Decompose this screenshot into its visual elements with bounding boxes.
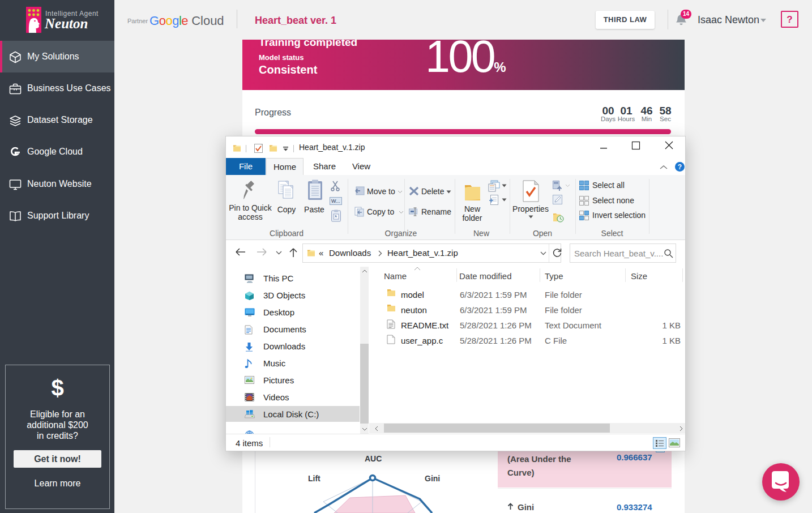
svg-text:?: ?: [678, 163, 682, 171]
svg-text:W...: W...: [331, 198, 340, 204]
